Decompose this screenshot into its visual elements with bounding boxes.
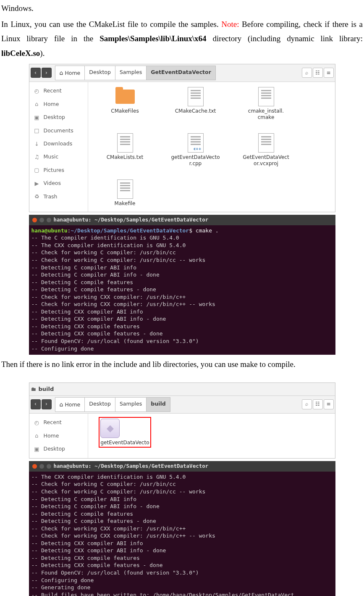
pictures-icon: ▢	[34, 165, 40, 175]
file-item[interactable]: Makefile	[96, 179, 155, 207]
crumb-desktop[interactable]: Desktop	[85, 66, 115, 80]
sidebar-item-videos[interactable]: ▶Videos	[29, 177, 88, 190]
menu-button[interactable]: ≡	[324, 399, 334, 409]
nav-forward-button[interactable]: ›	[42, 399, 52, 409]
terminal-2-titlebar: hana@ubuntu: ~/Desktop/Samples/GetEventD…	[29, 461, 335, 472]
file-label: CMakeFiles	[111, 108, 139, 114]
sidebar-item-label: Recent	[44, 418, 62, 427]
file-item[interactable]: CMakeCache.txt	[166, 87, 225, 121]
crumb-build[interactable]: build	[147, 397, 170, 412]
search-button[interactable]: ⌕	[302, 399, 312, 409]
terminal-2: hana@ubuntu: ~/Desktop/Samples/GetEventD…	[29, 461, 335, 596]
file-manager-2: 🖿 build ‹ › Home Desktop Samples build ⌕…	[29, 382, 335, 459]
sidebar-item-label: Trash	[44, 192, 58, 202]
sidebar-item-documents[interactable]: □Documents	[29, 124, 88, 137]
sidebar-item-music[interactable]: ♫Music	[29, 150, 88, 164]
home-icon: ⌂	[34, 431, 40, 440]
nav-back-button[interactable]: ‹	[31, 399, 41, 409]
view-grid-button[interactable]: ☷	[313, 399, 323, 409]
fm2-toolbar: 🖿 build	[29, 383, 335, 396]
executable-icon	[100, 419, 120, 438]
sidebar-item-recent[interactable]: ◴Recent	[29, 84, 88, 98]
sidebar-item-label: Music	[44, 152, 59, 162]
terminal-2-title: hana@ubuntu: ~/Desktop/Samples/GetEventD…	[54, 463, 209, 470]
file-label: cmake_install. cmake	[248, 108, 284, 121]
note-label: Note:	[221, 20, 239, 29]
fm1-file-grid: CMakeFilesCMakeCache.txtcmake_install. c…	[88, 82, 335, 212]
recent-icon: ◴	[34, 418, 40, 427]
maximize-icon[interactable]	[47, 464, 51, 469]
highlighted-file: getEventDataVecto	[99, 417, 151, 448]
file-item[interactable]: getEventDataVecto	[96, 417, 155, 448]
terminal-2-output[interactable]: -- The CXX compiler identification is GN…	[29, 472, 335, 596]
search-button[interactable]: ⌕	[302, 68, 312, 78]
nav-back-button[interactable]: ‹	[31, 68, 41, 78]
documents-icon: □	[34, 126, 40, 135]
file-label: getEventDataVecto r.cpp	[171, 154, 220, 167]
sidebar-item-home[interactable]: ⌂Home	[29, 98, 88, 111]
file-icon	[186, 87, 205, 106]
terminal-1-title: hana@ubuntu: ~/Desktop/Samples/GetEventD…	[54, 216, 209, 224]
sidebar-item-label: Desktop	[44, 444, 65, 454]
fm1-breadcrumbs: Home Desktop Samples GetEventDataVector	[55, 66, 216, 80]
sidebar-item-label: Home	[44, 100, 59, 109]
file-item[interactable]: CMakeLists.txt	[96, 133, 155, 167]
file-item[interactable]: CMakeFiles	[96, 87, 155, 121]
close-icon[interactable]	[32, 218, 37, 222]
desktop-icon: ▣	[34, 444, 40, 454]
terminal-1-titlebar: hana@ubuntu: ~/Desktop/Samples/GetEventD…	[29, 215, 335, 225]
sidebar-item-label: Videos	[44, 179, 61, 188]
fm2-sidebar: ◴Recent⌂Home▣Desktop	[29, 414, 88, 458]
t-end: ).	[40, 49, 45, 58]
menu-button[interactable]: ≡	[324, 68, 334, 78]
minimize-icon[interactable]	[39, 218, 44, 222]
file-label: getEventDataVecto	[100, 440, 149, 446]
file-item[interactable]: GetEventDataVect or.vcxproj	[237, 133, 296, 167]
crumb-current[interactable]: GetEventDataVector	[147, 66, 216, 80]
fm2-title: build	[39, 384, 54, 394]
t-mid: directory (including dynamic link librar…	[207, 34, 363, 43]
file-icon	[115, 133, 135, 153]
lib-bold: libCeleX.so	[1, 49, 40, 58]
fm1-sidebar: ◴Recent⌂Home▣Desktop□Documents↓Downloads…	[29, 82, 88, 212]
crumb-home[interactable]: Home	[55, 66, 85, 80]
sidebar-item-home[interactable]: ⌂Home	[29, 429, 88, 442]
home-icon: ⌂	[34, 99, 40, 109]
crumb-desktop[interactable]: Desktop	[85, 397, 115, 412]
sidebar-item-pictures[interactable]: ▢Pictures	[29, 164, 88, 177]
file-item[interactable]: getEventDataVecto r.cpp	[166, 133, 225, 167]
videos-icon: ▶	[34, 179, 40, 188]
sidebar-item-label: Documents	[44, 126, 73, 136]
file-icon	[257, 133, 276, 153]
fm1-toolbar: ‹ › Home Desktop Samples GetEventDataVec…	[29, 64, 335, 82]
crumb-samples[interactable]: Samples	[115, 397, 147, 412]
close-icon[interactable]	[32, 464, 37, 469]
paragraph-linux-intro: In Linux, you can use the CMakeList file…	[1, 17, 363, 61]
file-label: CMakeLists.txt	[107, 154, 144, 161]
nav-forward-button[interactable]: ›	[42, 68, 52, 78]
crumb-samples[interactable]: Samples	[115, 66, 147, 80]
sidebar-item-downloads[interactable]: ↓Downloads	[29, 137, 88, 150]
sidebar-item-label: Home	[44, 431, 59, 441]
sidebar-item-trash[interactable]: ♻Trash	[29, 190, 88, 203]
sidebar-item-desktop[interactable]: ▣Desktop	[29, 443, 88, 456]
sidebar-item-recent[interactable]: ◴Recent	[29, 416, 88, 429]
file-icon	[257, 87, 276, 106]
folder-title-icon: 🖿	[31, 384, 36, 394]
file-item[interactable]: cmake_install. cmake	[237, 87, 296, 121]
file-icon	[115, 179, 135, 199]
paragraph-then: Then if there is no link error in the in…	[1, 357, 363, 372]
paragraph-windows: Windows.	[1, 1, 363, 16]
terminal-1-output[interactable]: hana@ubuntu:~/Desktop/Samples/GetEventDa…	[29, 225, 335, 355]
file-label: Makefile	[115, 200, 136, 207]
view-grid-button[interactable]: ☷	[313, 68, 323, 78]
prompt-user: hana@ubuntu	[31, 227, 68, 234]
maximize-icon[interactable]	[47, 218, 51, 222]
file-label: GetEventDataVect or.vcxproj	[243, 154, 289, 167]
trash-icon: ♻	[34, 192, 40, 201]
sidebar-item-desktop[interactable]: ▣Desktop	[29, 111, 88, 124]
crumb-home[interactable]: Home	[55, 397, 85, 412]
minimize-icon[interactable]	[39, 464, 44, 469]
t-before-note: In Linux, you can use the CMakeList file…	[1, 20, 221, 29]
prompt-path: ~/Desktop/Samples/GetEventDataVector	[71, 227, 189, 234]
